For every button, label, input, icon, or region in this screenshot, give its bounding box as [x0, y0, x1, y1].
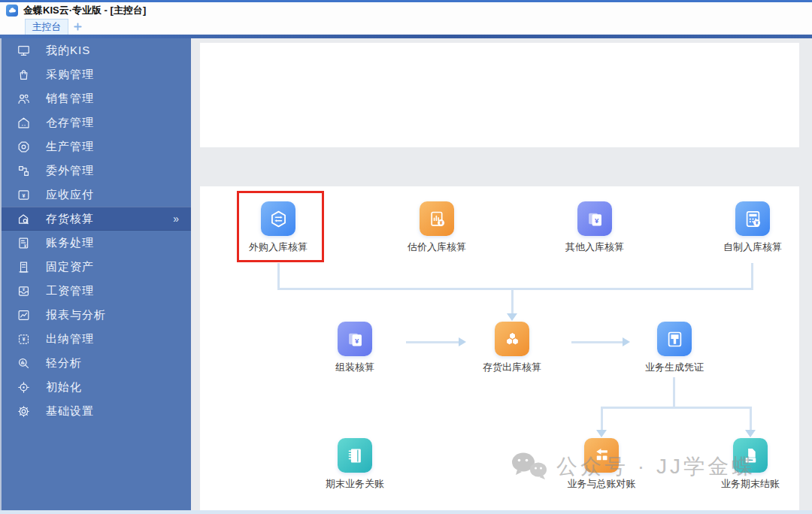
- node-label: 业务期末结账: [701, 477, 799, 491]
- receivable-payable-icon: ¥: [17, 188, 31, 202]
- connector-line: [601, 407, 603, 431]
- main-console: 外购入库核算 ¥ 估价入库核算 ¥ 其他入库核算 ¥: [191, 38, 812, 510]
- node-generate-voucher[interactable]: 业务生成凭证: [626, 322, 723, 374]
- expand-chevron-icon: »: [173, 213, 179, 225]
- node-outbound-accounting[interactable]: 存货出库核算: [463, 322, 561, 374]
- wechat-icon: [510, 451, 549, 482]
- pages-yen-icon: ¥: [338, 322, 372, 356]
- sidebar-item-my-kis[interactable]: 我的KIS: [2, 38, 191, 62]
- sidebar-item-initialization[interactable]: 初始化: [2, 375, 191, 399]
- cloud-app-icon: [6, 5, 18, 17]
- new-tab-button[interactable]: [68, 19, 86, 35]
- node-label: 业务与总账对账: [553, 477, 650, 491]
- node-estimated-inbound[interactable]: ¥ 估价入库核算: [388, 201, 486, 254]
- node-business-gl-reconcile[interactable]: 业务与总账对账: [553, 438, 650, 491]
- node-business-period-close[interactable]: 业务期末结账: [701, 438, 799, 491]
- report-analysis-icon: [17, 308, 31, 322]
- sidebar-item-label: 出纳管理: [46, 332, 94, 346]
- connector-line: [406, 341, 460, 343]
- sidebar-item-label: 轻分析: [46, 356, 82, 370]
- outsourcing-icon: [17, 164, 31, 178]
- sidebar-item-label: 我的KIS: [46, 44, 90, 58]
- period-close-icon: [733, 438, 768, 473]
- sidebar-item-label: 初始化: [46, 380, 82, 395]
- sidebar-item-label: 基础设置: [46, 404, 94, 419]
- bookkeeping-icon: ¥: [17, 236, 31, 250]
- arrow-down-icon: [596, 430, 607, 437]
- workspace: 我的KIS 采购管理 销售管理 仓存管理 生产管理 委外管理: [0, 38, 812, 510]
- svg-text:¥: ¥: [595, 216, 599, 224]
- node-label: 自制入库核算: [704, 240, 801, 254]
- sidebar-item-light-analysis[interactable]: 轻分析: [2, 351, 191, 375]
- node-label: 存货出库核算: [463, 361, 561, 374]
- flowchart-panel: 外购入库核算 ¥ 估价入库核算 ¥ 其他入库核算 ¥: [200, 186, 799, 510]
- cubes-icon: [495, 322, 529, 356]
- svg-text:¥: ¥: [755, 220, 758, 225]
- window-bottom-border: [0, 510, 812, 514]
- sidebar: 我的KIS 采购管理 销售管理 仓存管理 生产管理 委外管理: [0, 38, 191, 510]
- warehouse-icon: [17, 116, 31, 130]
- top-blank-panel: [200, 43, 799, 147]
- node-self-made-inbound[interactable]: ¥ 自制入库核算: [704, 201, 801, 254]
- production-icon: [17, 140, 31, 154]
- svg-text:¥: ¥: [23, 337, 26, 342]
- sidebar-item-warehouse[interactable]: 仓存管理: [2, 110, 191, 135]
- arrow-down-icon: [507, 313, 517, 321]
- connector-line: [511, 290, 514, 314]
- connector-line: [673, 377, 675, 409]
- app-window: 金蝶KIS云·专业版 - [主控台] 主控台 我的KIS 采购管理 销售管理: [0, 0, 812, 514]
- connector-line: [277, 288, 753, 290]
- sidebar-item-label: 委外管理: [46, 164, 94, 178]
- sidebar-item-basic-settings[interactable]: 基础设置: [2, 399, 191, 423]
- payroll-icon: ¥: [17, 284, 31, 298]
- people-icon: [17, 92, 31, 106]
- sidebar-item-cashier[interactable]: ¥ 出纳管理: [2, 327, 191, 351]
- connector-line: [750, 407, 752, 431]
- sidebar-item-fixed-assets[interactable]: 固定资产: [2, 255, 191, 279]
- monitor-icon: [17, 44, 31, 58]
- svg-text:¥: ¥: [355, 336, 359, 344]
- connector-line: [751, 263, 753, 290]
- node-label: 组装核算: [306, 361, 404, 374]
- svg-text:¥: ¥: [23, 192, 26, 198]
- sidebar-item-label: 销售管理: [46, 92, 94, 106]
- sidebar-item-label: 存货核算: [46, 212, 94, 226]
- estimate-doc-icon: ¥: [420, 201, 454, 236]
- fixed-assets-icon: [17, 260, 31, 274]
- svg-text:¥: ¥: [24, 243, 27, 247]
- window-title: 金蝶KIS云·专业版 - [主控台]: [23, 4, 146, 17]
- sidebar-item-production[interactable]: 生产管理: [2, 135, 191, 159]
- node-assembly-accounting[interactable]: ¥ 组装核算: [306, 322, 404, 374]
- light-analysis-icon: [17, 356, 31, 370]
- initialization-icon: [17, 380, 31, 395]
- sidebar-item-label: 报表与分析: [46, 308, 106, 322]
- sidebar-item-bookkeeping[interactable]: ¥ 账务处理: [2, 231, 191, 255]
- svg-text:¥: ¥: [23, 287, 25, 292]
- sidebar-item-label: 采购管理: [46, 68, 94, 82]
- highlight-rectangle: [237, 191, 324, 262]
- tab-label: 主控台: [32, 20, 62, 34]
- node-label: 估价入库核算: [388, 240, 486, 254]
- tab-main-console[interactable]: 主控台: [25, 19, 68, 35]
- sidebar-item-label: 仓存管理: [46, 116, 94, 130]
- sidebar-item-label: 应收应付: [46, 188, 94, 202]
- node-other-inbound[interactable]: ¥ 其他入库核算: [546, 201, 644, 254]
- tab-bar: 主控台: [0, 18, 812, 35]
- connector-line: [601, 407, 752, 409]
- svg-text:¥: ¥: [439, 220, 442, 225]
- notebook-icon: [338, 438, 372, 473]
- node-label: 期末业务关账: [306, 477, 404, 491]
- reconcile-icon: [584, 438, 619, 473]
- node-period-end-close-business[interactable]: 期末业务关账: [306, 438, 404, 491]
- sidebar-item-reports-analysis[interactable]: 报表与分析: [2, 303, 191, 327]
- sidebar-item-sales[interactable]: 销售管理: [2, 86, 191, 110]
- sidebar-item-receivable-payable[interactable]: ¥ 应收应付: [2, 183, 191, 207]
- sidebar-item-label: 生产管理: [46, 140, 94, 154]
- sidebar-item-payroll[interactable]: ¥ 工资管理: [2, 279, 191, 303]
- sidebar-item-inventory-accounting[interactable]: 存货核算 »: [2, 207, 191, 231]
- pages-yen-icon: ¥: [577, 201, 612, 236]
- sidebar-item-outsourcing[interactable]: 委外管理: [2, 159, 191, 183]
- sidebar-item-purchase[interactable]: 采购管理: [2, 62, 191, 86]
- sidebar-item-label: 账务处理: [46, 236, 94, 250]
- arrow-down-icon: [745, 430, 756, 437]
